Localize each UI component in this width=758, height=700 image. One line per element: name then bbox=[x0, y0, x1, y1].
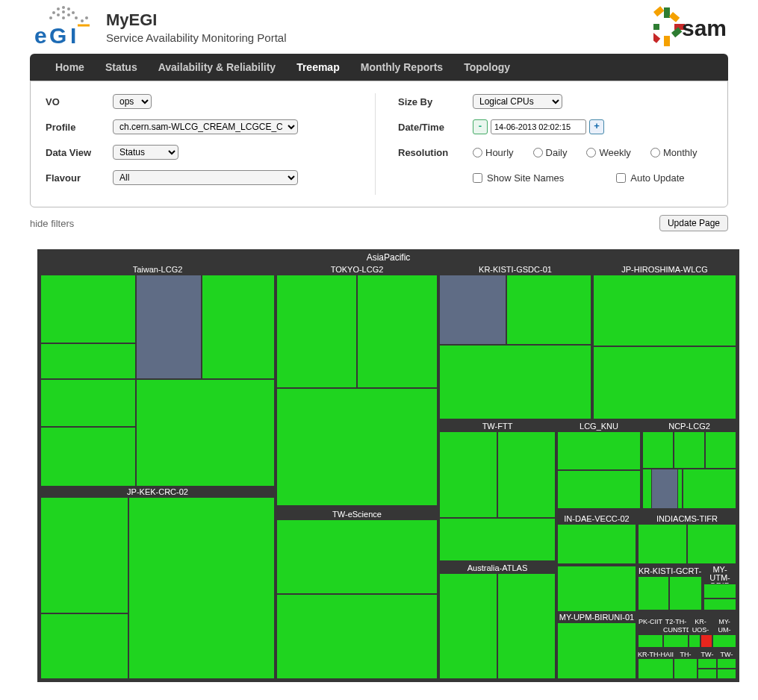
svg-point-2 bbox=[67, 7, 70, 10]
site-jp-kek-crc-02[interactable]: JP-KEK-CRC-02 bbox=[40, 487, 275, 497]
show-site-names-checkbox[interactable] bbox=[473, 173, 482, 183]
treemap-cell[interactable] bbox=[40, 427, 136, 487]
treemap-cell[interactable] bbox=[698, 669, 717, 679]
auto-update-checkbox[interactable] bbox=[616, 173, 626, 183]
treemap-cell[interactable] bbox=[717, 658, 736, 669]
treemap-cell[interactable] bbox=[40, 497, 128, 613]
site-lcg-knu[interactable]: LCG_KNU bbox=[557, 421, 641, 431]
site-t2-th-cunstda[interactable]: T2-TH-CUNSTDA bbox=[663, 618, 689, 634]
treemap-cell[interactable] bbox=[439, 345, 591, 419]
treemap-cell[interactable] bbox=[674, 431, 705, 469]
treemap-cell[interactable] bbox=[136, 379, 275, 487]
treemap-cell[interactable] bbox=[687, 524, 736, 564]
treemap-cell[interactable] bbox=[557, 470, 641, 509]
nav-home[interactable]: Home bbox=[45, 54, 95, 81]
site-kr-uos-sscc[interactable]: KR-UOS-SSCC bbox=[689, 618, 712, 634]
profile-select[interactable]: ch.cern.sam-WLCG_CREAM_LCGCE_CRITI bbox=[113, 119, 298, 134]
nav-topology[interactable]: Topology bbox=[453, 54, 521, 81]
treemap-cell[interactable] bbox=[557, 566, 636, 612]
treemap-cell[interactable] bbox=[439, 275, 506, 345]
site-kr-th-haii[interactable]: KR-TH-HAII bbox=[638, 649, 674, 658]
treemap-cell[interactable] bbox=[557, 622, 636, 679]
nav-status[interactable]: Status bbox=[95, 54, 148, 81]
site-tw-escience[interactable]: TW-eScience bbox=[276, 509, 438, 519]
treemap-cell[interactable] bbox=[40, 613, 128, 679]
site-tw-ftt[interactable]: TW-FTT bbox=[439, 421, 556, 431]
site-australia-atlas[interactable]: Australia-ATLAS bbox=[439, 563, 556, 573]
resolution-daily-radio[interactable] bbox=[533, 148, 543, 157]
site-pk-ciit[interactable]: PK-CIIT bbox=[638, 618, 663, 634]
treemap-cell[interactable] bbox=[717, 669, 736, 679]
treemap-cell[interactable] bbox=[700, 634, 712, 648]
treemap-cell[interactable] bbox=[40, 275, 136, 343]
site-kr-kisti-gsdc-01[interactable]: KR-KISTI-GSDC-01 bbox=[439, 264, 591, 275]
treemap-cell[interactable] bbox=[638, 576, 669, 610]
treemap-cell[interactable] bbox=[674, 658, 698, 679]
treemap-cell[interactable] bbox=[439, 573, 497, 679]
treemap-cell[interactable] bbox=[663, 634, 689, 648]
site-kr-kisti-gcrt-01[interactable]: KR-KISTI-GCRT-01 bbox=[638, 566, 702, 576]
sizeby-select[interactable]: Logical CPUs bbox=[473, 94, 562, 109]
treemap-cell[interactable] bbox=[703, 599, 736, 610]
datetime-prev-button[interactable]: - bbox=[473, 119, 488, 134]
site-my-utm-grid[interactable]: MY-UTM-GRID bbox=[703, 566, 736, 584]
treemap-cell[interactable] bbox=[439, 431, 497, 518]
site-taiwan-lcg2[interactable]: Taiwan-LCG2 bbox=[40, 264, 275, 275]
treemap-cell[interactable] bbox=[276, 594, 438, 679]
treemap-cell[interactable] bbox=[593, 275, 736, 346]
hide-filters-link[interactable]: hide filters bbox=[30, 218, 74, 229]
treemap-cell[interactable] bbox=[40, 379, 136, 427]
treemap-cell[interactable] bbox=[593, 346, 736, 419]
treemap-cell[interactable] bbox=[136, 275, 202, 379]
site-tw-hk[interactable]: TW-HK bbox=[698, 649, 717, 658]
treemap-cell[interactable] bbox=[128, 497, 275, 679]
site-indiacms-tifr[interactable]: INDIACMS-TIFR bbox=[638, 513, 736, 524]
update-page-button[interactable]: Update Page bbox=[659, 215, 728, 231]
site-ncp-lcg2[interactable]: NCP-LCG2 bbox=[642, 421, 736, 431]
svg-rect-23 bbox=[653, 24, 659, 30]
treemap-cell[interactable] bbox=[439, 518, 556, 561]
nav-monthly-reports[interactable]: Monthly Reports bbox=[350, 54, 453, 81]
nav-availability[interactable]: Availability & Reliability bbox=[148, 54, 286, 81]
treemap-cell[interactable] bbox=[497, 431, 556, 518]
treemap-cell[interactable] bbox=[705, 431, 736, 469]
treemap-cell[interactable] bbox=[683, 469, 736, 509]
treemap-cell[interactable] bbox=[202, 275, 275, 379]
dataview-select[interactable]: Status bbox=[113, 145, 178, 160]
treemap-cell[interactable] bbox=[689, 634, 700, 648]
resolution-monthly-radio[interactable] bbox=[650, 148, 660, 157]
site-my-upm-biruni-01[interactable]: MY-UPM-BIRUNI-01 bbox=[557, 612, 636, 622]
treemap-cell[interactable] bbox=[638, 658, 674, 679]
treemap-cell[interactable] bbox=[557, 431, 641, 470]
treemap-cell[interactable] bbox=[276, 275, 357, 388]
treemap-cell[interactable] bbox=[638, 524, 687, 564]
treemap-cell[interactable] bbox=[276, 388, 438, 506]
site-tw-vn[interactable]: TW-VN bbox=[717, 649, 736, 658]
treemap-cell[interactable] bbox=[506, 275, 591, 345]
vo-select[interactable]: ops bbox=[113, 94, 152, 109]
site-th-knu[interactable]: TH-KNU bbox=[674, 649, 698, 658]
treemap-cell[interactable] bbox=[669, 576, 702, 610]
flavour-select[interactable]: All bbox=[113, 170, 298, 185]
treemap-root-label[interactable]: AsiaPacific bbox=[40, 252, 736, 263]
resolution-hourly-radio[interactable] bbox=[473, 148, 482, 157]
nav-treemap[interactable]: Treemap bbox=[286, 54, 350, 81]
site-in-dae-vecc-02[interactable]: IN-DAE-VECC-02 bbox=[557, 513, 636, 524]
site-tokyo-lcg2[interactable]: TOKYO-LCG2 bbox=[276, 264, 438, 275]
treemap-cell[interactable] bbox=[642, 431, 674, 469]
treemap-cell[interactable] bbox=[651, 469, 678, 509]
treemap-cell[interactable] bbox=[638, 634, 663, 648]
resolution-weekly-radio[interactable] bbox=[586, 148, 596, 157]
treemap-cell[interactable] bbox=[276, 519, 438, 594]
site-jp-hiroshima-wlcg[interactable]: JP-HIROSHIMA-WLCG bbox=[593, 264, 736, 275]
datetime-next-button[interactable]: + bbox=[589, 119, 604, 134]
treemap-cell[interactable] bbox=[497, 573, 556, 679]
treemap-cell[interactable] bbox=[40, 343, 136, 379]
treemap-cell[interactable] bbox=[703, 584, 736, 599]
treemap-cell[interactable] bbox=[698, 658, 717, 669]
site-my-um-cryst[interactable]: MY-UM-CRYST bbox=[712, 618, 736, 634]
treemap-cell[interactable] bbox=[357, 275, 438, 388]
treemap-cell[interactable] bbox=[712, 634, 736, 648]
treemap-cell[interactable] bbox=[557, 524, 636, 564]
datetime-input[interactable] bbox=[491, 119, 586, 134]
